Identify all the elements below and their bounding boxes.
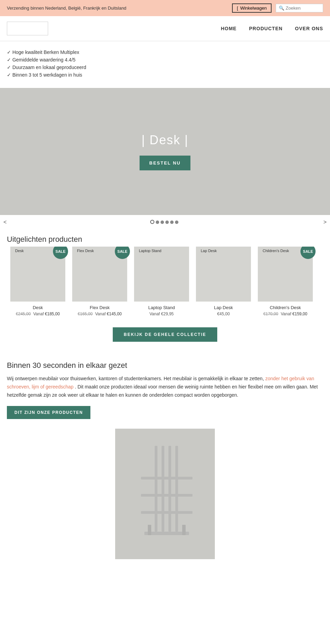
hero-title: | Desk |	[142, 133, 189, 147]
slider-dot-0[interactable]	[150, 220, 154, 224]
slider-dot-2[interactable]	[161, 221, 164, 224]
product-name: Desk	[10, 305, 66, 310]
product-name: Laptop Stand	[133, 305, 190, 310]
product-name: Flex Desk	[72, 305, 128, 310]
search-icon: 🔍	[279, 5, 284, 11]
products-row: Desk SALE Desk €245,00 Vanaf €185,00 Fle…	[0, 247, 330, 316]
info-title: Binnen 30 seconden in elkaar gezet	[7, 361, 323, 370]
svg-rect-3	[175, 446, 178, 532]
product-price: €170,00 Vanaf €159,00	[257, 312, 314, 316]
feature-item: Gemiddelde waardering 4.4/5	[7, 57, 323, 63]
slider-prev[interactable]: <	[3, 219, 7, 225]
info-products-button[interactable]: DIT ZIJN ONZE PRODUCTEN	[7, 406, 90, 419]
logo[interactable]	[7, 22, 48, 35]
features-section: Hoge kwaliteit Berken MultiplexGemiddeld…	[0, 41, 330, 88]
svg-rect-0	[155, 446, 157, 532]
bottom-image	[115, 429, 215, 559]
sale-badge: SALE	[300, 247, 316, 259]
product-price: Vanaf €29,95	[133, 312, 190, 316]
product-name: Children's Desk	[257, 305, 314, 310]
features-list: Hoge kwaliteit Berken MultiplexGemiddeld…	[7, 49, 323, 78]
product-card[interactable]: Desk SALE Desk €245,00 Vanaf €185,00	[7, 247, 69, 316]
svg-rect-2	[168, 446, 171, 532]
nav-links: HOME PRODUCTEN OVER ONS	[221, 25, 323, 32]
slider-dot-5[interactable]	[175, 221, 178, 224]
svg-rect-7	[141, 511, 192, 514]
search-wrapper: 🔍	[276, 4, 323, 12]
product-price: €165,00 Vanaf €145,00	[72, 312, 128, 316]
product-card[interactable]: Flex Desk SALE Flex Desk €165,00 Vanaf €…	[69, 247, 131, 316]
slider-dot-4[interactable]	[170, 221, 174, 224]
product-image: Desk SALE	[10, 247, 65, 302]
info-section: Binnen 30 seconden in elkaar gezet Wij o…	[0, 355, 330, 567]
feature-item: Duurzaam en lokaal geproduceerd	[7, 65, 323, 70]
collection-button[interactable]: BEKIJK DE GEHELE COLLECTIE	[113, 327, 217, 342]
hero-button[interactable]: BESTEL NU	[140, 156, 190, 170]
nav-item-producten[interactable]: PRODUCTEN	[249, 25, 283, 32]
slider-nav: < >	[0, 215, 330, 229]
sale-badge: SALE	[115, 247, 130, 259]
bottom-image-svg	[131, 442, 199, 545]
product-name: Lap Desk	[195, 305, 252, 310]
product-image: Lap Desk	[196, 247, 251, 302]
top-bar-right: [ Winkelwagen 🔍	[232, 3, 323, 13]
featured-section-title: Uitgelichten producten	[0, 229, 330, 247]
product-price: €245,00 Vanaf €185,00	[10, 312, 66, 316]
feature-item: Hoge kwaliteit Berken Multiplex	[7, 49, 323, 55]
slider-next[interactable]: >	[323, 219, 327, 225]
product-label: Flex Desk	[77, 249, 94, 253]
product-label: Lap Desk	[201, 249, 217, 253]
svg-rect-9	[141, 477, 192, 479]
search-input[interactable]	[286, 5, 320, 11]
shipping-text: Verzending binnen Nederland, België, Fra…	[7, 5, 126, 11]
info-text: Wij ontwerpen meubilair voor thuiswerken…	[7, 375, 323, 399]
slider-dot-3[interactable]	[165, 221, 169, 224]
nav: HOME PRODUCTEN OVER ONS	[0, 16, 330, 41]
feature-item: Binnen 3 tot 5 werkdagen in huis	[7, 72, 323, 78]
info-paragraph1: Wij ontwerpen meubilair voor thuiswerken…	[7, 376, 264, 381]
cart-bracket-left: [	[237, 5, 238, 11]
top-bar: Verzending binnen Nederland, België, Fra…	[0, 0, 330, 16]
product-image: Flex Desk SALE	[72, 247, 127, 302]
product-card[interactable]: Children's Desk SALE Children's Desk €17…	[254, 247, 316, 316]
product-price: €45,00	[195, 312, 252, 316]
nav-item-over-ons[interactable]: OVER ONS	[295, 25, 323, 32]
svg-rect-6	[182, 525, 186, 535]
product-label: Laptop Stand	[139, 249, 161, 253]
cart-button[interactable]: [ Winkelwagen	[232, 3, 272, 13]
slider-dot-1[interactable]	[156, 221, 159, 224]
product-image: Laptop Stand	[134, 247, 189, 302]
product-label: Desk	[15, 249, 24, 253]
product-label: Children's Desk	[263, 249, 289, 253]
sale-badge: SALE	[53, 247, 68, 259]
svg-rect-1	[162, 446, 164, 532]
svg-rect-8	[141, 494, 192, 497]
slider-dots	[150, 219, 180, 225]
product-image: Children's Desk SALE	[258, 247, 313, 302]
nav-item-home[interactable]: HOME	[221, 25, 236, 32]
product-card[interactable]: Lap Desk Lap Desk €45,00	[192, 247, 254, 316]
cart-label: Winkelwagen	[240, 5, 267, 11]
hero-banner: | Desk | BESTEL NU	[0, 88, 330, 215]
svg-rect-5	[148, 525, 151, 535]
collection-wrap: BEKIJK DE GEHELE COLLECTIE	[0, 316, 330, 355]
product-card[interactable]: Laptop Stand Laptop Stand Vanaf €29,95	[131, 247, 192, 316]
